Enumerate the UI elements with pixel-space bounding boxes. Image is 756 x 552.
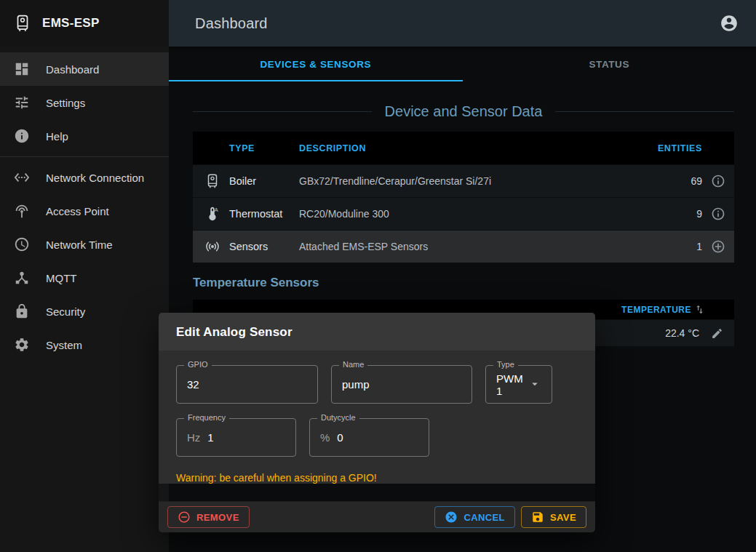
add-circle-icon[interactable] <box>711 239 725 254</box>
dutycycle-field[interactable]: Dutycycle % 0 <box>309 418 429 457</box>
temperature-sensors-heading: Temperature Sensors <box>193 276 734 290</box>
sidebar-item-label: System <box>46 339 82 351</box>
device-description: Attached EMS-ESP Sensors <box>299 241 651 252</box>
chevron-down-icon <box>528 377 541 392</box>
device-entities-count: 9 <box>651 208 702 220</box>
section-title: Device and Sensor Data <box>385 103 543 120</box>
thermostat-icon: A <box>204 206 220 222</box>
tab-devices-sensors[interactable]: DEVICES & SENSORS <box>169 47 463 81</box>
type-select-value: PWM 1 <box>496 372 528 397</box>
table-row-boiler[interactable]: Boiler GBx72/Trendline/Cerapur/Greenstar… <box>193 164 734 197</box>
frequency-unit-prefix: Hz <box>187 431 200 444</box>
sidebar-item-settings[interactable]: Settings <box>0 86 169 119</box>
type-select[interactable]: Type PWM 1 <box>485 365 552 404</box>
dashboard-icon <box>14 61 30 77</box>
sidebar-item-label: Security <box>46 305 85 318</box>
type-select-label: Type <box>493 360 518 369</box>
app-logo-row: EMS-ESP <box>0 0 169 47</box>
page-title: Dashboard <box>195 15 268 32</box>
lock-icon <box>14 303 30 319</box>
sidebar-item-help[interactable]: Help <box>0 119 169 153</box>
dutycycle-unit-prefix: % <box>320 431 330 444</box>
dialog-footer: REMOVE CANCEL SAVE <box>159 501 595 532</box>
cancel-button[interactable]: CANCEL <box>434 506 515 528</box>
wifi-tethering-icon <box>14 203 30 219</box>
sidebar-item-network-time[interactable]: Network Time <box>0 228 169 261</box>
section-title-row: Device and Sensor Data <box>193 103 734 120</box>
sidebar: EMS-ESP Dashboard Settings Help Network … <box>0 0 169 552</box>
dutycycle-field-value: 0 <box>337 431 343 444</box>
sidebar-nav: Dashboard Settings Help Network Connecti… <box>0 47 169 361</box>
save-button[interactable]: SAVE <box>521 506 586 528</box>
boiler-icon <box>204 173 220 189</box>
sidebar-item-label: Network Time <box>46 239 113 251</box>
device-entities-count: 1 <box>651 241 702 252</box>
edit-pencil-icon[interactable] <box>711 327 723 340</box>
edit-analog-sensor-dialog: Edit Analog Sensor GPIO 32 Name pump Typ… <box>159 313 595 532</box>
info-icon <box>14 128 30 144</box>
tab-status[interactable]: STATUS <box>463 47 756 81</box>
info-circle-icon[interactable] <box>711 207 725 221</box>
remove-button[interactable]: REMOVE <box>167 506 250 528</box>
fields-row-1: GPIO 32 Name pump Type PWM 1 <box>176 365 578 404</box>
name-field-value: pump <box>342 378 370 391</box>
divider-line <box>555 111 734 112</box>
dialog-header: Edit Analog Sensor <box>159 313 595 351</box>
tab-bar: DEVICES & SENSORS STATUS <box>169 47 756 81</box>
boiler-logo-icon <box>13 14 32 33</box>
sidebar-item-access-point[interactable]: Access Point <box>0 194 169 228</box>
sidebar-item-label: Help <box>46 130 68 143</box>
col-header-temperature: TEMPERATURE <box>621 305 691 315</box>
ethernet-icon <box>14 169 30 185</box>
col-header-type: TYPE <box>229 143 299 153</box>
clock-icon <box>14 236 30 252</box>
table-row-thermostat[interactable]: A Thermostat RC20/Moduline 300 9 <box>193 197 734 230</box>
device-table-header: TYPE DESCRIPTION ENTITIES <box>193 132 734 164</box>
sidebar-item-label: Network Connection <box>46 172 144 184</box>
gpio-warning-text: Warning: be careful when assigning a GPI… <box>176 472 578 484</box>
device-type: Sensors <box>229 241 299 252</box>
sidebar-divider <box>0 156 169 157</box>
sidebar-item-dashboard[interactable]: Dashboard <box>0 52 169 86</box>
fields-row-2: Frequency Hz 1 Dutycycle % 0 <box>176 418 578 457</box>
device-type: Boiler <box>229 175 299 187</box>
sidebar-item-label: Access Point <box>46 205 109 217</box>
tune-icon <box>14 95 30 111</box>
gpio-field[interactable]: GPIO 32 <box>176 365 318 404</box>
app-root: EMS-ESP Dashboard Settings Help Network … <box>0 0 756 552</box>
save-button-label: SAVE <box>550 512 576 523</box>
col-header-entities: ENTITIES <box>651 143 702 153</box>
account-circle-icon[interactable] <box>720 14 739 33</box>
dutycycle-field-label: Dutycycle <box>317 413 359 422</box>
save-floppy-icon <box>531 511 544 524</box>
gpio-field-value: 32 <box>187 378 199 391</box>
name-field[interactable]: Name pump <box>331 365 472 404</box>
sidebar-item-network-connection[interactable]: Network Connection <box>0 161 169 194</box>
device-description: GBx72/Trendline/Cerapur/Greenstar Si/27i <box>299 175 651 187</box>
sort-arrows-icon <box>694 304 705 315</box>
frequency-field[interactable]: Frequency Hz 1 <box>176 418 296 457</box>
table-row-sensors[interactable]: Sensors Attached EMS-ESP Sensors 1 <box>193 230 734 263</box>
remove-button-label: REMOVE <box>196 512 239 523</box>
info-circle-icon[interactable] <box>711 174 725 188</box>
device-table: TYPE DESCRIPTION ENTITIES Boiler GBx72/T… <box>193 132 734 263</box>
sidebar-item-mqtt[interactable]: MQTT <box>0 261 169 295</box>
device-entities-count: 69 <box>651 175 702 187</box>
device-type: Thermostat <box>229 208 299 220</box>
dialog-title: Edit Analog Sensor <box>176 325 293 339</box>
name-field-label: Name <box>339 360 367 369</box>
remove-circle-icon <box>178 511 191 524</box>
device-description: RC20/Moduline 300 <box>299 208 651 220</box>
sidebar-item-label: Dashboard <box>46 63 99 76</box>
sidebar-item-label: Settings <box>46 97 85 109</box>
sensors-icon <box>204 239 220 255</box>
gear-icon <box>14 337 30 353</box>
hub-icon <box>14 270 30 286</box>
dialog-body: GPIO 32 Name pump Type PWM 1 Frequency H… <box>159 351 595 484</box>
svg-text:A: A <box>215 207 218 213</box>
sidebar-item-security[interactable]: Security <box>0 295 169 328</box>
frequency-field-label: Frequency <box>184 413 229 422</box>
gpio-field-label: GPIO <box>184 360 212 369</box>
temperature-value: 22.4 °C <box>665 327 699 339</box>
sidebar-item-system[interactable]: System <box>0 328 169 361</box>
